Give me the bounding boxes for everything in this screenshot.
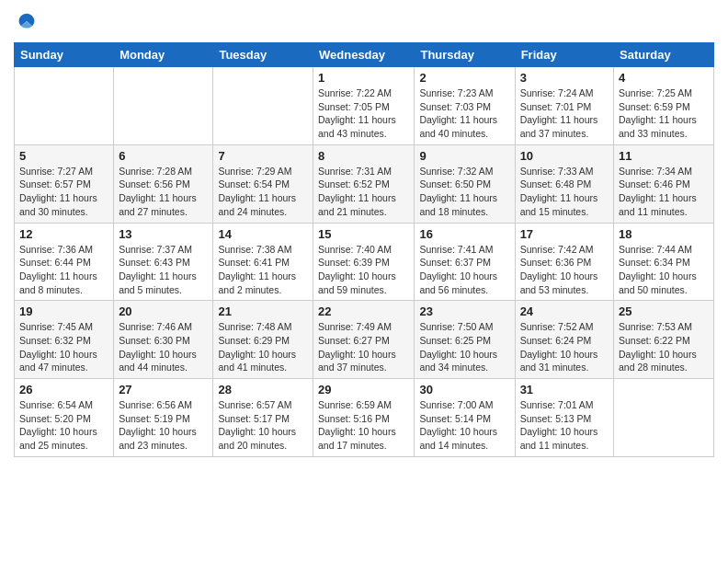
day-info: Sunrise: 7:34 AM Sunset: 6:46 PM Dayligh… [619,165,709,219]
day-number: 30 [419,383,509,396]
day-info: Sunrise: 7:46 AM Sunset: 6:30 PM Dayligh… [119,320,208,374]
calendar-cell: 6Sunrise: 7:28 AM Sunset: 6:56 PM Daylig… [114,144,213,223]
calendar-cell: 31Sunrise: 7:01 AM Sunset: 5:13 PM Dayli… [515,379,613,457]
day-info: Sunrise: 7:28 AM Sunset: 6:56 PM Dayligh… [119,165,208,219]
day-info: Sunrise: 7:27 AM Sunset: 6:57 PM Dayligh… [19,165,108,219]
day-number: 4 [619,71,709,85]
calendar-header-thursday: Thursday [415,43,515,67]
day-info: Sunrise: 6:54 AM Sunset: 5:20 PM Dayligh… [19,398,108,453]
calendar-header-row: SundayMondayTuesdayWednesdayThursdayFrid… [15,43,714,67]
week-row-3: 12Sunrise: 7:36 AM Sunset: 6:44 PM Dayli… [15,223,714,301]
week-row-2: 5Sunrise: 7:27 AM Sunset: 6:57 PM Daylig… [15,144,714,223]
day-number: 5 [19,149,108,163]
day-number: 7 [218,149,308,163]
day-number: 20 [119,304,208,318]
day-info: Sunrise: 7:53 AM Sunset: 6:22 PM Dayligh… [619,320,709,374]
logo [14,9,43,35]
day-number: 3 [520,71,609,85]
day-number: 14 [218,227,308,241]
calendar-cell [213,67,313,145]
calendar-header-sunday: Sunday [15,43,114,67]
calendar-cell: 17Sunrise: 7:42 AM Sunset: 6:36 PM Dayli… [515,223,613,301]
day-info: Sunrise: 6:56 AM Sunset: 5:19 PM Dayligh… [119,398,208,453]
calendar-cell: 29Sunrise: 6:59 AM Sunset: 5:16 PM Dayli… [313,379,415,457]
day-info: Sunrise: 7:23 AM Sunset: 7:03 PM Dayligh… [419,86,509,141]
day-info: Sunrise: 7:52 AM Sunset: 6:24 PM Dayligh… [520,320,609,374]
calendar-cell [114,67,213,145]
day-number: 23 [419,304,509,318]
day-number: 16 [419,227,509,241]
day-info: Sunrise: 7:00 AM Sunset: 5:14 PM Dayligh… [419,398,509,453]
calendar-header-monday: Monday [114,43,213,67]
header [14,9,714,35]
calendar-cell: 15Sunrise: 7:40 AM Sunset: 6:39 PM Dayli… [313,223,415,301]
day-number: 9 [419,149,509,163]
day-number: 25 [619,304,709,318]
day-number: 27 [119,383,208,396]
day-number: 6 [119,149,208,163]
day-info: Sunrise: 7:48 AM Sunset: 6:29 PM Dayligh… [218,320,308,374]
calendar-cell: 20Sunrise: 7:46 AM Sunset: 6:30 PM Dayli… [114,301,213,379]
calendar-cell: 2Sunrise: 7:23 AM Sunset: 7:03 PM Daylig… [415,67,515,145]
day-info: Sunrise: 7:45 AM Sunset: 6:32 PM Dayligh… [19,320,108,374]
day-number: 2 [419,71,509,85]
calendar-cell: 30Sunrise: 7:00 AM Sunset: 5:14 PM Dayli… [415,379,515,457]
calendar-cell: 11Sunrise: 7:34 AM Sunset: 6:46 PM Dayli… [614,144,714,223]
day-info: Sunrise: 7:42 AM Sunset: 6:36 PM Dayligh… [520,243,609,297]
calendar-cell: 21Sunrise: 7:48 AM Sunset: 6:29 PM Dayli… [213,301,313,379]
calendar-cell: 7Sunrise: 7:29 AM Sunset: 6:54 PM Daylig… [213,144,313,223]
calendar-header-friday: Friday [515,43,613,67]
week-row-4: 19Sunrise: 7:45 AM Sunset: 6:32 PM Dayli… [15,301,714,379]
day-info: Sunrise: 7:32 AM Sunset: 6:50 PM Dayligh… [419,165,509,219]
day-number: 8 [318,149,409,163]
day-number: 24 [520,304,609,318]
day-number: 31 [520,383,609,396]
calendar-cell: 13Sunrise: 7:37 AM Sunset: 6:43 PM Dayli… [114,223,213,301]
day-number: 15 [318,227,409,241]
calendar-cell [15,67,114,145]
day-info: Sunrise: 6:57 AM Sunset: 5:17 PM Dayligh… [218,398,308,453]
day-number: 22 [318,304,409,318]
week-row-5: 26Sunrise: 6:54 AM Sunset: 5:20 PM Dayli… [15,379,714,457]
day-number: 13 [119,227,208,241]
day-info: Sunrise: 7:44 AM Sunset: 6:34 PM Dayligh… [619,243,709,297]
day-info: Sunrise: 7:25 AM Sunset: 6:59 PM Dayligh… [619,86,709,141]
day-info: Sunrise: 7:29 AM Sunset: 6:54 PM Dayligh… [218,165,308,219]
day-number: 10 [520,149,609,163]
calendar-header-saturday: Saturday [614,43,714,67]
day-info: Sunrise: 6:59 AM Sunset: 5:16 PM Dayligh… [318,398,409,453]
day-info: Sunrise: 7:01 AM Sunset: 5:13 PM Dayligh… [520,398,609,453]
calendar-cell: 10Sunrise: 7:33 AM Sunset: 6:48 PM Dayli… [515,144,613,223]
day-number: 11 [619,149,709,163]
calendar-cell: 28Sunrise: 6:57 AM Sunset: 5:17 PM Dayli… [213,379,313,457]
day-info: Sunrise: 7:31 AM Sunset: 6:52 PM Dayligh… [318,165,409,219]
day-number: 29 [318,383,409,396]
calendar-cell: 8Sunrise: 7:31 AM Sunset: 6:52 PM Daylig… [313,144,415,223]
day-info: Sunrise: 7:22 AM Sunset: 7:05 PM Dayligh… [318,86,409,141]
week-row-1: 1Sunrise: 7:22 AM Sunset: 7:05 PM Daylig… [15,67,714,145]
day-number: 28 [218,383,308,396]
day-number: 26 [19,383,108,396]
calendar-cell: 27Sunrise: 6:56 AM Sunset: 5:19 PM Dayli… [114,379,213,457]
day-number: 17 [520,227,609,241]
calendar-cell: 5Sunrise: 7:27 AM Sunset: 6:57 PM Daylig… [15,144,114,223]
calendar-cell: 14Sunrise: 7:38 AM Sunset: 6:41 PM Dayli… [213,223,313,301]
calendar-cell: 4Sunrise: 7:25 AM Sunset: 6:59 PM Daylig… [614,67,714,145]
day-info: Sunrise: 7:40 AM Sunset: 6:39 PM Dayligh… [318,243,409,297]
day-info: Sunrise: 7:24 AM Sunset: 7:01 PM Dayligh… [520,86,609,141]
calendar-cell: 12Sunrise: 7:36 AM Sunset: 6:44 PM Dayli… [15,223,114,301]
calendar-cell: 19Sunrise: 7:45 AM Sunset: 6:32 PM Dayli… [15,301,114,379]
day-info: Sunrise: 7:49 AM Sunset: 6:27 PM Dayligh… [318,320,409,374]
day-number: 18 [619,227,709,241]
calendar-cell: 16Sunrise: 7:41 AM Sunset: 6:37 PM Dayli… [415,223,515,301]
day-info: Sunrise: 7:37 AM Sunset: 6:43 PM Dayligh… [119,243,208,297]
calendar-header-wednesday: Wednesday [313,43,415,67]
day-number: 19 [19,304,108,318]
calendar-cell: 24Sunrise: 7:52 AM Sunset: 6:24 PM Dayli… [515,301,613,379]
calendar-header-tuesday: Tuesday [213,43,313,67]
calendar-cell: 26Sunrise: 6:54 AM Sunset: 5:20 PM Dayli… [15,379,114,457]
day-info: Sunrise: 7:38 AM Sunset: 6:41 PM Dayligh… [218,243,308,297]
calendar-cell: 3Sunrise: 7:24 AM Sunset: 7:01 PM Daylig… [515,67,613,145]
calendar-cell: 25Sunrise: 7:53 AM Sunset: 6:22 PM Dayli… [614,301,714,379]
calendar-cell: 18Sunrise: 7:44 AM Sunset: 6:34 PM Dayli… [614,223,714,301]
